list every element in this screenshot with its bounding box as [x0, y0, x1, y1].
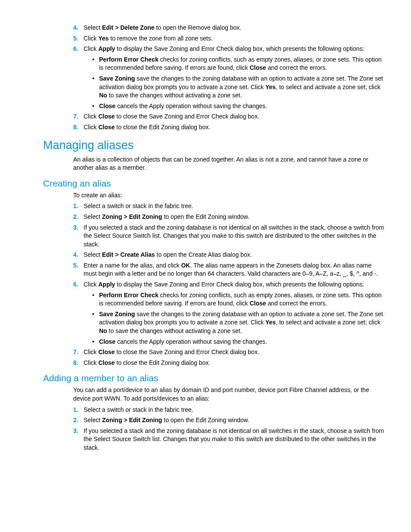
list-item: 4.Select Edit > Create Alias to open the… [73, 251, 385, 259]
list-item: Close cancels the Apply operation withou… [92, 102, 385, 111]
document-page: 4.Select Edit > Delete Zone to open the … [0, 0, 411, 532]
sub-options: Perform Error Check checks for zoning co… [92, 291, 385, 346]
list-item: Perform Error Check checks for zoning co… [92, 291, 385, 308]
steps-create-alias: 1.Select a switch or stack in the fabric… [73, 202, 385, 367]
body-text: To create an alias: [73, 191, 385, 200]
list-item: Close cancels the Apply operation withou… [92, 338, 385, 346]
list-item: 7.Click Close to close the Save Zoning a… [73, 112, 385, 121]
list-item: 2.Select Zoning > Edit Zoning to open th… [73, 416, 385, 425]
list-item: 8.Click Close to close the Edit Zoning d… [73, 123, 385, 132]
body-text: An alias is a collection of objects that… [73, 156, 385, 172]
list-item: 2.Select Zoning > Edit Zoning to open th… [73, 213, 385, 221]
section-heading: Managing aliases [43, 139, 385, 152]
list-item: 5.Enter a name for the alias, and click … [73, 261, 385, 278]
body-text: You can add a port/device to an alias by… [73, 386, 385, 403]
list-item: 3.If you selected a stack and the zoning… [73, 224, 385, 249]
subsection-heading: Creating an alias [43, 178, 385, 189]
list-item: 6.Click Apply to display the Save Zoning… [73, 280, 385, 346]
list-item: 6.Click Apply to display the Save Zoning… [73, 45, 385, 110]
list-item: 4.Select Edit > Delete Zone to open the … [73, 24, 385, 32]
list-item: 1.Select a switch or stack in the fabric… [73, 202, 385, 211]
list-item: 5.Click Yes to remove the zone from all … [73, 34, 385, 43]
steps-add-member: 1.Select a switch or stack in the fabric… [73, 406, 385, 452]
sub-options: Perform Error Check checks for zoning co… [92, 56, 385, 111]
list-item: Save Zoning save the changes to the zoni… [92, 310, 385, 336]
subsection-heading: Adding a member to an alias [43, 373, 385, 383]
list-item: 8.Click Close to close the Edit Zoning d… [73, 359, 385, 367]
list-item: 3.If you selected a stack and the zoning… [73, 427, 385, 452]
list-item: 7.Click Close to close the Save Zoning a… [73, 348, 385, 357]
steps-delete-zone: 4.Select Edit > Delete Zone to open the … [73, 24, 385, 132]
list-item: 1.Select a switch or stack in the fabric… [73, 406, 385, 414]
list-item: Save Zoning save the changes to the zoni… [92, 75, 385, 100]
list-item: Perform Error Check checks for zoning co… [92, 56, 385, 72]
